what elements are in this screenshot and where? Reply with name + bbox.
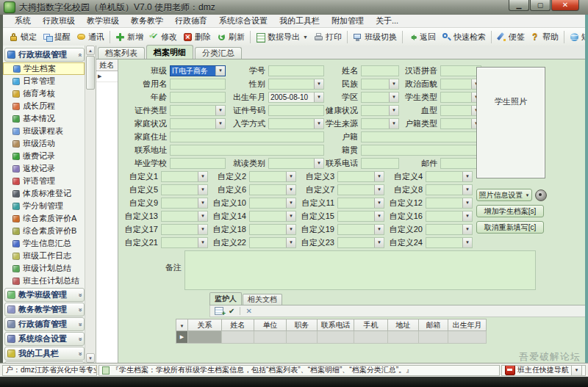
add-student-button[interactable]: 增加学生档案[s]: [476, 205, 544, 217]
quick-search-button[interactable]: 快速检索: [439, 30, 489, 44]
dropdown-arrow-icon[interactable]: ▼: [303, 35, 308, 40]
scroll-up-icon[interactable]: ▲: [86, 46, 95, 55]
sidebar-scrollbar[interactable]: ▲ ▼: [85, 46, 96, 363]
sidebar-item-daily-management[interactable]: 日常管理: [3, 75, 85, 87]
form-combo-field[interactable]: [361, 105, 399, 116]
sidebar-item-moral-assessment[interactable]: 德育考核: [3, 87, 85, 100]
form-combo-field[interactable]: [426, 184, 473, 195]
form-combo-field[interactable]: [249, 224, 296, 235]
expand-icon[interactable]: «: [76, 337, 83, 341]
form-combo-field[interactable]: [161, 237, 208, 248]
guardian-cell[interactable]: [188, 331, 222, 344]
sidebar-item-quality-eval-b[interactable]: 综合素质评价B: [3, 225, 85, 237]
menu-item-4[interactable]: 教务教学: [125, 15, 169, 26]
form-combo-field[interactable]: [249, 237, 296, 248]
guardian-cell[interactable]: [287, 331, 318, 344]
edit-button[interactable]: 修改: [146, 30, 180, 44]
sidebar-section-academic-teaching[interactable]: 教务教学管理«: [4, 303, 85, 317]
sidebar-section-system-settings[interactable]: 系统综合设置«: [4, 332, 85, 346]
class-switch-button[interactable]: 班级切换: [350, 30, 400, 44]
form-combo-field[interactable]: [170, 118, 226, 129]
guardian-cell[interactable]: [388, 331, 419, 344]
form-combo-field[interactable]: [426, 211, 473, 222]
form-text-field[interactable]: [170, 92, 226, 103]
guardian-table-row[interactable]: ▶: [176, 331, 487, 344]
form-text-field[interactable]: [361, 131, 484, 142]
form-text-field[interactable]: [170, 158, 226, 169]
sidebar-item-headteacher-plan-summary[interactable]: 班主任计划总结: [3, 275, 85, 287]
expand-icon[interactable]: «: [76, 293, 83, 297]
sidebar-item-credit-management[interactable]: 学分制管理: [3, 200, 85, 212]
sms-button[interactable]: 短信: [567, 30, 588, 44]
form-combo-field[interactable]: [337, 184, 384, 195]
form-combo-field[interactable]: [440, 118, 481, 129]
form-combo-field[interactable]: [361, 79, 399, 90]
window-titlebar[interactable]: 大拇指数字化校园（单机版）V7.0 使用老师：dmz ▁ ▢ ✕: [0, 0, 588, 15]
form-combo-field[interactable]: [361, 118, 399, 129]
sidebar-item-student-archive[interactable]: 学生档案: [3, 62, 85, 75]
name-row-indicator[interactable]: ▶: [96, 71, 118, 82]
form-combo-field[interactable]: [426, 237, 473, 248]
lock-button[interactable]: 锁定: [6, 30, 40, 44]
form-combo-field[interactable]: IT电子商务: [170, 65, 226, 76]
form-text-field[interactable]: [170, 131, 324, 142]
form-combo-field[interactable]: [268, 158, 324, 169]
sidebar-item-comment-management[interactable]: 评语管理: [3, 175, 85, 187]
scrollbar-thumb[interactable]: [86, 56, 95, 90]
photo-settings-button[interactable]: 照片信息设置 ▼: [476, 189, 532, 201]
form-combo-field[interactable]: [170, 105, 226, 116]
sidebar-section-my-toolbar[interactable]: 我的工具栏«: [4, 347, 85, 361]
menu-item-7[interactable]: 我的工具栏: [273, 15, 326, 26]
name-column-header[interactable]: 姓名: [96, 59, 118, 71]
cancel-rewrite-button[interactable]: 取消重新填写[c]: [476, 221, 544, 234]
refresh-button[interactable]: 刷新: [214, 30, 248, 44]
sidebar-item-fee-records[interactable]: 缴费记录: [3, 150, 85, 162]
menu-item-3[interactable]: 教学班级: [81, 15, 125, 26]
form-combo-field[interactable]: [440, 105, 481, 116]
tab-archive-detail[interactable]: 档案明细: [146, 45, 193, 59]
guardian-tab-guardian[interactable]: 监护人: [209, 292, 242, 305]
form-combo-field[interactable]: [361, 92, 399, 103]
sidebar-item-class-plan-summary[interactable]: 班级计划总结: [3, 262, 85, 275]
sidebar-item-student-summary[interactable]: 学生信息汇总: [3, 237, 85, 250]
form-combo-field[interactable]: 2005-08-10: [268, 92, 324, 103]
form-combo-field[interactable]: [161, 171, 208, 182]
sidebar-item-class-worklog[interactable]: 班级工作日志: [3, 250, 85, 262]
expand-icon[interactable]: «: [76, 322, 83, 326]
sidebar-section-teaching-class[interactable]: 教学班级管理«: [4, 288, 85, 302]
form-text-field[interactable]: [170, 145, 324, 156]
form-combo-field[interactable]: [161, 184, 208, 195]
form-combo-field[interactable]: [249, 211, 296, 222]
form-combo-field[interactable]: [268, 118, 324, 129]
help-button[interactable]: 帮助: [528, 30, 562, 44]
menu-item-9[interactable]: 关于...: [370, 15, 404, 26]
form-combo-field[interactable]: [337, 211, 384, 222]
form-combo-field[interactable]: [161, 211, 208, 222]
expand-icon[interactable]: «: [76, 352, 83, 355]
guardian-cell[interactable]: [448, 331, 487, 344]
form-combo-field[interactable]: [337, 171, 384, 182]
menu-item-2[interactable]: 行政班级: [37, 15, 81, 26]
form-text-field[interactable]: [361, 145, 484, 156]
form-combo-field[interactable]: [426, 171, 473, 182]
form-text-field[interactable]: [268, 65, 324, 76]
guardian-tab-related-docs[interactable]: 相关文档: [243, 294, 282, 305]
sidebar-section-admin-class[interactable]: 行政班级管理«: [4, 48, 85, 62]
add-row-icon[interactable]: [215, 307, 223, 315]
sidebar-item-class-activity[interactable]: 班级活动: [3, 137, 85, 150]
tab-classified-summary[interactable]: 分类汇总: [195, 47, 242, 59]
form-combo-field[interactable]: [268, 79, 324, 90]
menu-item-5[interactable]: 行政德育: [169, 15, 213, 26]
sidebar-item-quality-eval-a[interactable]: 综合素质评价A: [3, 212, 85, 225]
nav-dropdown-icon[interactable]: ▼: [571, 365, 582, 376]
form-combo-field[interactable]: [161, 198, 208, 209]
menu-item-6[interactable]: 系统综合设置: [213, 15, 273, 26]
headteacher-nav-button[interactable]: 班主任快捷导航 ▼: [501, 365, 586, 376]
form-combo-field[interactable]: [249, 198, 296, 209]
sticky-note-button[interactable]: 便签: [494, 30, 528, 44]
minimize-button[interactable]: ▁: [509, 0, 529, 11]
guardian-cell[interactable]: [354, 331, 388, 344]
data-export-button[interactable]: 数据导出▼: [253, 30, 311, 44]
menu-item-8[interactable]: 附加管理: [326, 15, 370, 26]
close-button[interactable]: ✕: [551, 0, 579, 11]
